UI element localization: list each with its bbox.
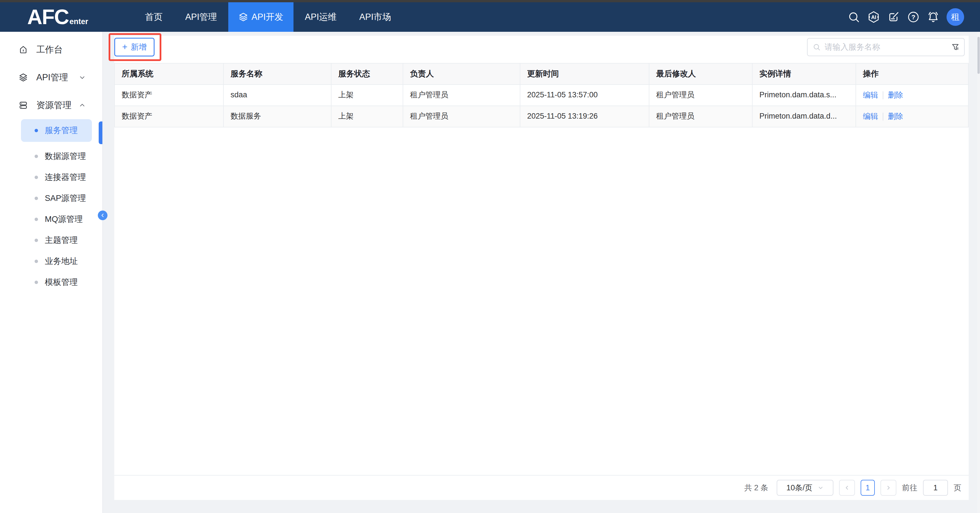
cell-updated-time: 2025-11-05 13:57:00 (520, 85, 649, 105)
sidebar-subitem-topic-management[interactable]: 主题管理 (0, 230, 102, 251)
delete-link[interactable]: 删除 (888, 85, 903, 105)
sidebar-subitem-label: 服务管理 (45, 125, 78, 136)
pagination-bar: 共 2 条 10条/页 1 前往 页 (114, 475, 969, 500)
nav-tab-api-management[interactable]: API管理 (174, 2, 228, 32)
plus-icon: + (122, 42, 127, 51)
notification-bell-icon[interactable] (927, 11, 940, 24)
nav-tab-label: 首页 (145, 2, 162, 32)
page-suffix-label: 页 (954, 483, 961, 493)
chevron-down-icon (818, 484, 824, 491)
instance-detail-link[interactable]: Primeton.dam.data.d... (752, 106, 856, 127)
cell-owner: 租户管理员 (403, 106, 520, 127)
header-icon-group: AI ? 租 (847, 2, 964, 32)
bullet-dot (35, 260, 38, 263)
table-row: 数据资产 数据服务 上架 租户管理员 2025-11-05 13:19:26 租… (115, 106, 968, 127)
cell-updated-time: 2025-11-05 13:19:26 (520, 106, 649, 127)
cell-owner: 租户管理员 (403, 85, 520, 105)
edit-link[interactable]: 编辑 (863, 107, 878, 127)
sidebar-subitem-connector-management[interactable]: 连接器管理 (0, 167, 102, 188)
sidebar-item-label: 工作台 (36, 44, 102, 56)
action-divider (883, 91, 883, 99)
svg-text:AI: AI (871, 14, 876, 20)
window-top-strip (0, 0, 980, 2)
cell-status: 上架 (331, 85, 403, 105)
sidebar-item-label: 资源管理 (36, 99, 78, 111)
bullet-dot (35, 197, 38, 200)
nav-tab-api-market[interactable]: API市场 (348, 2, 402, 32)
app-header: AFC enter 首页 API管理 API开发 API运维 API市场 (0, 2, 980, 32)
search-icon[interactable] (847, 11, 860, 24)
service-search-box (807, 38, 965, 56)
column-header: 操作 (856, 64, 968, 84)
prev-page-button[interactable] (839, 480, 855, 496)
bullet-dot (35, 239, 38, 242)
page-number-button[interactable]: 1 (861, 480, 875, 496)
chevron-left-icon (844, 484, 850, 491)
sidebar-collapse-button[interactable] (98, 210, 107, 220)
bullet-dot (35, 176, 38, 179)
add-button[interactable]: + 新增 (114, 38, 154, 56)
sidebar-item-workbench[interactable]: 工作台 (0, 36, 102, 64)
cell-modifier: 租户管理员 (649, 106, 752, 127)
user-avatar[interactable]: 租 (947, 8, 964, 26)
cell-status: 上架 (331, 106, 403, 127)
cell-service-name: 数据服务 (224, 106, 331, 127)
cell-actions: 编辑 删除 (856, 85, 968, 105)
column-header: 负责人 (403, 64, 520, 84)
goto-page-input[interactable] (923, 480, 948, 496)
page-size-value: 10条/页 (786, 483, 812, 493)
filter-funnel-icon[interactable] (951, 43, 959, 51)
bullet-dot (35, 280, 38, 284)
cell-modifier: 租户管理员 (649, 85, 752, 105)
page-number: 1 (865, 483, 870, 492)
nav-tab-api-operations[interactable]: API运维 (293, 2, 348, 32)
page-scrollbar[interactable] (977, 32, 980, 513)
next-page-button[interactable] (880, 480, 896, 496)
sidebar-subitem-sap-source-management[interactable]: SAP源管理 (0, 188, 102, 209)
content-panel: + 新增 所属系统 服务名称 服务状态 负责人 更新时间 最后修改人 实例详情 (114, 36, 969, 500)
ai-assistant-icon[interactable]: AI (867, 11, 880, 24)
sidebar-subitem-template-management[interactable]: 模板管理 (0, 272, 102, 293)
cell-actions: 编辑 删除 (856, 106, 968, 127)
edit-link[interactable]: 编辑 (863, 85, 878, 105)
nav-tab-label: API运维 (305, 2, 337, 32)
sidebar-subitem-label: SAP源管理 (45, 193, 86, 204)
app-logo: AFC enter (27, 2, 88, 32)
logo-main-text: AFC (27, 2, 68, 32)
bullet-dot (35, 129, 38, 132)
nav-tab-label: API管理 (185, 2, 217, 32)
nav-tab-api-development[interactable]: API开发 (228, 2, 293, 32)
scrollbar-thumb[interactable] (977, 37, 980, 74)
sidebar-item-resource-management[interactable]: 资源管理 (0, 91, 102, 119)
chevron-right-icon (885, 484, 891, 491)
sidebar-menu: 工作台 API管理 (0, 32, 102, 293)
sidebar-subitem-label: 业务地址 (45, 256, 78, 267)
sidebar: 工作台 API管理 (0, 32, 103, 513)
sidebar-subitem-label: 连接器管理 (45, 172, 86, 183)
svg-text:?: ? (912, 13, 915, 21)
sidebar-subitem-mq-source-management[interactable]: MQ源管理 (0, 209, 102, 230)
delete-link[interactable]: 删除 (888, 107, 903, 127)
column-header: 服务名称 (224, 64, 331, 84)
sidebar-subitem-datasource-management[interactable]: 数据源管理 (0, 146, 102, 167)
total-count-label: 共 2 条 (745, 483, 768, 493)
sidebar-subitem-service-management[interactable]: 服务管理 (21, 119, 92, 142)
help-icon[interactable]: ? (907, 11, 920, 24)
sidebar-subitem-business-address[interactable]: 业务地址 (0, 251, 102, 272)
cell-system: 数据资产 (115, 106, 224, 127)
sidebar-item-api-management[interactable]: API管理 (0, 64, 102, 91)
bullet-dot (35, 218, 38, 221)
layers-icon (19, 73, 28, 82)
column-header: 服务状态 (331, 64, 403, 84)
compose-icon[interactable] (887, 11, 900, 24)
nav-tab-home[interactable]: 首页 (134, 2, 174, 32)
sidebar-subitem-label: 主题管理 (45, 235, 78, 246)
chevron-up-icon (78, 102, 86, 109)
nav-tab-label: API市场 (359, 2, 391, 32)
instance-detail-link[interactable]: Primeton.dam.data.s... (752, 85, 856, 105)
sidebar-subitem-label: MQ源管理 (45, 213, 83, 225)
page-size-select[interactable]: 10条/页 (777, 480, 834, 496)
service-search-input[interactable] (825, 39, 951, 55)
table-row: 数据资产 sdaa 上架 租户管理员 2025-11-05 13:57:00 租… (115, 85, 968, 106)
sidebar-subitem-label: 数据源管理 (45, 151, 86, 162)
